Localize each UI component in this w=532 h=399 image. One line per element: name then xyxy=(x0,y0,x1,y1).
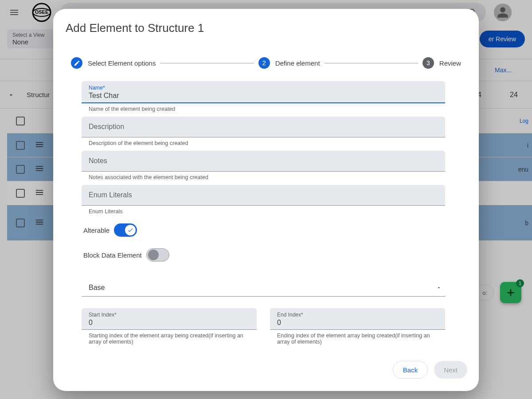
end-index-label: End Index* xyxy=(277,312,438,318)
step-2[interactable]: 2 Define element xyxy=(258,57,320,69)
start-index-input[interactable] xyxy=(89,318,250,327)
check-icon xyxy=(125,225,136,235)
start-index-field[interactable]: Start Index* xyxy=(82,308,257,330)
name-input[interactable] xyxy=(89,91,438,100)
base-select[interactable]: Base xyxy=(82,273,445,297)
enum-literals-field[interactable]: Enum Literals xyxy=(82,185,445,206)
alterable-row: Alterable xyxy=(82,215,445,240)
step-2-label: Define element xyxy=(275,59,320,67)
alterable-label: Alterable xyxy=(83,227,110,234)
base-label: Base xyxy=(89,284,105,292)
step-3[interactable]: 3 Review xyxy=(422,57,461,69)
toggle-knob xyxy=(148,250,159,260)
dialog-actions: Back Next xyxy=(53,353,479,391)
edit-icon xyxy=(71,57,82,69)
name-label: Name* xyxy=(89,85,438,91)
array-header-row: Array Header xyxy=(82,346,445,353)
dialog-title: Add Element to Structure 1 xyxy=(53,9,479,39)
end-index-hint: Ending index of the element array being … xyxy=(270,330,445,346)
end-index-input[interactable] xyxy=(277,318,438,327)
enum-literals-hint: Enum Literals xyxy=(82,206,445,215)
notes-label: Notes xyxy=(89,157,438,165)
start-index-label: Start Index* xyxy=(89,312,250,318)
step-3-circle: 3 xyxy=(422,57,434,69)
step-3-label: Review xyxy=(439,59,461,67)
alterable-toggle[interactable] xyxy=(114,223,137,237)
name-hint: Name of the element being created xyxy=(82,103,445,113)
notes-field[interactable]: Notes xyxy=(82,151,445,172)
block-data-toggle[interactable] xyxy=(146,248,169,262)
back-button[interactable]: Back xyxy=(393,361,428,379)
description-label: Description xyxy=(89,123,438,131)
step-2-circle: 2 xyxy=(258,57,270,69)
description-field[interactable]: Description xyxy=(82,117,445,137)
form-area: Name* Name of the element being created … xyxy=(53,78,476,353)
name-field[interactable]: Name* xyxy=(82,81,445,103)
block-data-row: Block Data Element xyxy=(82,240,445,265)
description-hint: Description of the element being created xyxy=(82,137,445,147)
end-index-field[interactable]: End Index* xyxy=(270,308,445,330)
enum-literals-label: Enum Literals xyxy=(89,191,438,199)
next-button[interactable]: Next xyxy=(434,361,467,379)
add-element-dialog: Add Element to Structure 1 Select Elemen… xyxy=(53,9,479,391)
step-1-label: Select Element options xyxy=(88,59,156,67)
chevron-down-icon xyxy=(436,285,442,290)
block-data-label: Block Data Element xyxy=(83,251,142,259)
step-1[interactable]: Select Element options xyxy=(71,57,156,69)
stepper: Select Element options 2 Define element … xyxy=(53,39,479,78)
start-index-hint: Starting index of the element array bein… xyxy=(82,330,257,346)
notes-hint: Notes associated with the element being … xyxy=(82,172,445,181)
